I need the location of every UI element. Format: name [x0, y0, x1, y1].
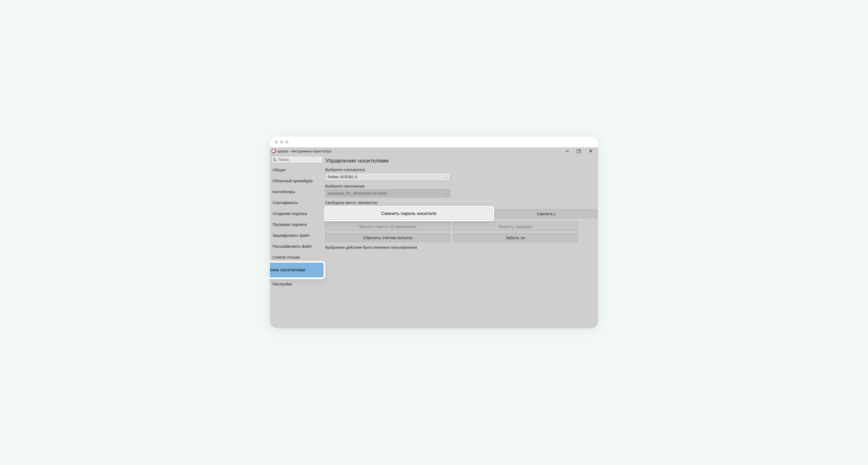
window-title: cptools - Инструменты КриптоПро	[277, 149, 331, 153]
restore-default-password-button: Вернуть пароль по умолчанию	[325, 222, 450, 231]
sidebar-item-general[interactable]: Общее	[270, 164, 324, 175]
app-logo-icon	[272, 149, 276, 153]
change-media-password-button[interactable]: Сменить пароль носителя	[325, 208, 493, 220]
sidebar-item-settings[interactable]: Настройки	[270, 279, 324, 289]
page-title: Управление носителями	[325, 157, 597, 164]
sidebar-item-revocation-lists[interactable]: Списки отзыва	[270, 252, 324, 262]
mac-close-dot[interactable]	[275, 141, 278, 144]
svg-point-0	[273, 158, 276, 160]
reset-attempt-counter-button[interactable]: Сбросить счетчик попыток	[325, 233, 450, 242]
window-controls: ✕	[561, 147, 596, 155]
sidebar-item-cloud-provider[interactable]: Облачный провайдер	[270, 175, 324, 186]
outer-frame: cptools - Инструменты КриптоПро ✕	[270, 137, 598, 328]
chevron-down-icon: ⌄	[445, 175, 448, 179]
minimize-button[interactable]	[561, 147, 573, 155]
application-label: Выберите приложение	[325, 184, 597, 188]
sidebar-item-certificates[interactable]: Сертификаты	[270, 197, 324, 208]
app-titlebar: cptools - Инструменты КриптоПро ✕	[270, 147, 598, 155]
main-panel: Управление носителями Выберите считывате…	[324, 155, 598, 328]
change-button[interactable]: Сменить |	[495, 209, 597, 218]
chevron-down-icon: ⌄	[445, 192, 448, 195]
maximize-button[interactable]	[573, 147, 585, 155]
sidebar-item-encrypt-file[interactable]: Зашифровать файл	[270, 230, 324, 241]
restore-factory-button: Вернуть заводски	[453, 222, 578, 231]
search-icon	[273, 158, 277, 162]
reader-label: Выберите считыватель	[325, 167, 597, 172]
sidebar-nav: Общее Облачный провайдер Контейнеры Серт…	[270, 164, 324, 289]
status-message: Выбранное действие было отменено пользов…	[325, 245, 597, 250]
app-body: Общее Облачный провайдер Контейнеры Серт…	[270, 155, 598, 328]
search-input[interactable]	[278, 157, 321, 162]
mac-titlebar	[270, 137, 598, 147]
forget-password-button[interactable]: Забыть па	[453, 233, 578, 242]
sidebar-item-decrypt-file[interactable]: Расшифровать файл	[270, 241, 324, 252]
sidebar-item-containers[interactable]: Контейнеры	[270, 186, 324, 197]
sidebar-item-media-management[interactable]: Управление носителями	[270, 262, 323, 277]
mac-minimize-dot[interactable]	[280, 141, 283, 144]
application-select: smartpark_fkc_90582083A1E54600 ⌄	[325, 189, 450, 197]
sidebar: Общее Облачный провайдер Контейнеры Серт…	[270, 155, 324, 328]
close-button[interactable]: ✕	[585, 147, 596, 155]
sidebar-item-create-signature[interactable]: Создание подписи	[270, 208, 324, 219]
reader-select[interactable]: Feitian SCR301 0 ⌄	[325, 173, 450, 181]
sidebar-item-verify-signature[interactable]: Проверка подписи	[270, 219, 324, 230]
search-input-wrap[interactable]	[271, 156, 323, 163]
free-space-label: Свободное место: неизвестно	[325, 200, 597, 205]
reader-select-value: Feitian SCR301 0	[328, 175, 357, 179]
application-select-value: smartpark_fkc_90582083A1E54600	[328, 191, 387, 195]
app-window: cptools - Инструменты КриптоПро ✕	[270, 147, 598, 328]
mac-zoom-dot[interactable]	[285, 141, 288, 144]
svg-line-1	[275, 160, 276, 161]
